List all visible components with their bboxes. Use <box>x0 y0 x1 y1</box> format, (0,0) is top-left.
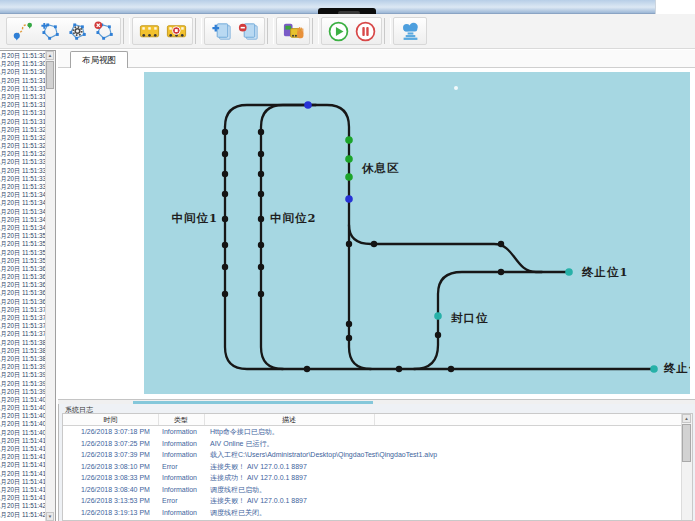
timestamp-list-item[interactable]: 1月20日 11:51:41 <box>0 453 47 461</box>
track-node-black[interactable] <box>222 264 228 270</box>
timestamp-list-item[interactable]: 1月20日 11:51:34 <box>0 216 47 224</box>
route-map-button[interactable] <box>10 18 36 44</box>
pause-button[interactable] <box>352 18 378 44</box>
timestamp-list-item[interactable]: 1月20日 11:51:40 <box>0 404 47 412</box>
timestamp-list-item[interactable]: 1月20日 11:51:39 <box>0 371 47 379</box>
track-node-black[interactable] <box>258 151 264 157</box>
timestamp-list-item[interactable]: 1月20日 11:51:35 <box>0 249 47 257</box>
log-scrollbar-thumb[interactable] <box>682 424 691 462</box>
log-row[interactable]: 1/26/2018 3:07:18 PMInformationHttp命令接口已… <box>63 426 682 438</box>
track-node-black[interactable] <box>222 291 228 297</box>
timestamp-list-item[interactable]: 1月20日 11:51:32 <box>0 150 47 158</box>
polygon-add-button[interactable] <box>37 18 63 44</box>
timestamp-list-item[interactable]: 1月20日 11:51:37 <box>0 322 47 330</box>
log-row[interactable]: 1/26/2018 3:08:33 PMInformation连接成功！ AIV… <box>63 472 682 484</box>
timestamp-list-item[interactable]: 1月20日 11:51:32 <box>0 126 47 134</box>
track-node-black[interactable] <box>258 242 264 248</box>
timestamp-list-item[interactable]: 1月20日 11:51:41 <box>0 461 47 469</box>
timestamp-list-item[interactable]: 1月20日 11:51:39 <box>0 388 47 396</box>
log-row[interactable]: 1/26/2018 3:08:10 PMError连接失败！ AIV 127.0… <box>63 461 682 473</box>
vehicle-button[interactable] <box>136 18 162 44</box>
log-row[interactable]: 1/26/2018 3:13:53 PMError连接失败！ AIV 127.0… <box>63 495 682 507</box>
log-row[interactable]: 1/26/2018 3:07:39 PMInformation载入工程C:\Us… <box>63 449 682 461</box>
column-header-type[interactable]: 类型 <box>158 414 204 425</box>
track-node-black[interactable] <box>258 291 264 297</box>
timestamp-list-item[interactable]: 1月20日 11:51:32 <box>0 134 47 142</box>
timestamp-list-item[interactable]: 1月20日 11:51:42 <box>0 502 47 510</box>
timestamp-list-item[interactable]: 1月20日 11:51:34 <box>0 191 47 199</box>
timestamp-list-item[interactable]: 1月20日 11:51:35 <box>0 240 47 248</box>
track-node-green[interactable] <box>345 173 353 181</box>
task-add-button[interactable] <box>208 18 234 44</box>
polygon-settings-button[interactable] <box>64 18 90 44</box>
timestamp-list-item[interactable]: 1月20日 11:51:40 <box>0 396 47 404</box>
timestamp-list-item[interactable]: 1月20日 11:51:36 <box>0 265 47 273</box>
timestamp-list-item[interactable]: 1月20日 11:51:36 <box>0 273 47 281</box>
track-node-teal[interactable] <box>565 268 573 276</box>
timestamp-list-item[interactable]: 1月20日 11:51:33 <box>0 158 47 166</box>
timestamp-list-item[interactable]: 1月20日 11:51:40 <box>0 412 47 420</box>
timestamp-list-item[interactable]: 1月20日 11:51:32 <box>0 142 47 150</box>
timestamp-list-item[interactable]: 1月20日 11:51:34 <box>0 208 47 216</box>
column-header-time[interactable]: 时间 <box>63 414 158 425</box>
scroll-up-icon[interactable]: ▲ <box>46 51 54 60</box>
track-node-green[interactable] <box>345 155 353 163</box>
timestamp-list-item[interactable]: 1月20日 11:51:34 <box>0 224 47 232</box>
timestamp-list-item[interactable]: 1月20日 11:51:36 <box>0 298 47 306</box>
timestamp-list-item[interactable]: 1月20日 11:51:35 <box>0 257 47 265</box>
timestamp-list-item[interactable]: 1月20日 11:51:41 <box>0 494 47 502</box>
track-node-black[interactable] <box>346 321 352 327</box>
timestamp-list-item[interactable]: 1月20日 11:51:40 <box>0 420 47 428</box>
timestamp-list-item[interactable]: 1月20日 11:51:30 <box>0 60 47 68</box>
timestamp-list-item[interactable]: 1月20日 11:51:31 <box>0 85 47 93</box>
task-delete-button[interactable] <box>235 18 261 44</box>
timestamp-list-item[interactable]: 1月20日 11:51:38 <box>0 347 47 355</box>
scroll-down-icon[interactable]: ▼ <box>46 512 54 521</box>
timestamp-list-item[interactable]: 1月20日 11:51:30 <box>0 68 47 76</box>
timestamp-list-item[interactable]: 1月20日 11:51:36 <box>0 289 47 297</box>
log-row[interactable]: 1/26/2018 3:07:25 PMInformationAIV Onlin… <box>63 438 682 450</box>
timestamp-list-item[interactable]: 1月20日 11:51:34 <box>0 199 47 207</box>
timestamp-list-item[interactable]: 1月20日 11:51:31 <box>0 118 47 126</box>
timestamp-list-item[interactable]: 1月20日 11:51:30 <box>0 52 47 60</box>
column-header-desc[interactable]: 描述 <box>204 414 374 425</box>
timestamp-list-item[interactable]: 1月20日 11:51:38 <box>0 339 47 347</box>
track-node-black[interactable] <box>304 366 310 372</box>
timestamp-list-item[interactable]: 1月20日 11:51:31 <box>0 101 47 109</box>
vehicle-stop-button[interactable] <box>163 18 189 44</box>
track-node-black[interactable] <box>448 366 454 372</box>
log-row[interactable]: 1/26/2018 3:19:33 PMInformation载入工程C:\Us… <box>63 518 682 520</box>
timestamp-list-item[interactable]: 1月20日 11:51:37 <box>0 330 47 338</box>
timestamp-list-item[interactable]: 1月20日 11:51:36 <box>0 281 47 289</box>
timestamp-list-item[interactable]: 1月20日 11:51:41 <box>0 486 47 494</box>
start-button[interactable] <box>325 18 351 44</box>
timestamp-list-item[interactable]: 1月20日 11:51:31 <box>0 93 47 101</box>
track-node-black[interactable] <box>222 171 228 177</box>
track-node-black[interactable] <box>498 269 504 275</box>
track-node-black[interactable] <box>258 191 264 197</box>
timestamp-list-item[interactable]: 1月20日 11:51:41 <box>0 445 47 453</box>
timestamp-list-item[interactable]: 1月20日 11:51:41 <box>0 470 47 478</box>
timestamp-list-item[interactable]: 1月20日 11:51:33 <box>0 167 47 175</box>
track-node-black[interactable] <box>435 332 441 338</box>
track-node-black[interactable] <box>498 241 504 247</box>
track-node-black[interactable] <box>222 242 228 248</box>
track-node-black[interactable] <box>222 151 228 157</box>
timestamp-list-item[interactable]: 1月20日 11:51:40 <box>0 429 47 437</box>
track-node-teal[interactable] <box>434 312 442 320</box>
log-scroll-up-icon[interactable]: ▲ <box>682 414 691 423</box>
polygon-delete-button[interactable] <box>91 18 117 44</box>
track-node-black[interactable] <box>346 241 352 247</box>
timestamp-list-item[interactable]: 1月20日 11:51:33 <box>0 183 47 191</box>
vehicles-manual-button[interactable] <box>280 18 306 44</box>
timestamp-list-item[interactable]: 1月20日 11:51:41 <box>0 478 47 486</box>
track-node-black[interactable] <box>222 216 228 222</box>
track-node-black[interactable] <box>222 129 228 135</box>
timestamp-list-item[interactable]: 1月20日 11:51:37 <box>0 306 47 314</box>
timestamp-list-item[interactable]: 1月20日 11:51:39 <box>0 363 47 371</box>
log-row[interactable]: 1/26/2018 3:08:40 PMInformation调度线程已启动。 <box>63 484 682 496</box>
timestamp-list-item[interactable]: 1月20日 11:51:31 <box>0 77 47 85</box>
timestamp-list-item[interactable]: 1月20日 11:51:42 <box>0 511 47 519</box>
track-node-black[interactable] <box>258 264 264 270</box>
timestamp-list-item[interactable]: 1月20日 11:51:41 <box>0 437 47 445</box>
